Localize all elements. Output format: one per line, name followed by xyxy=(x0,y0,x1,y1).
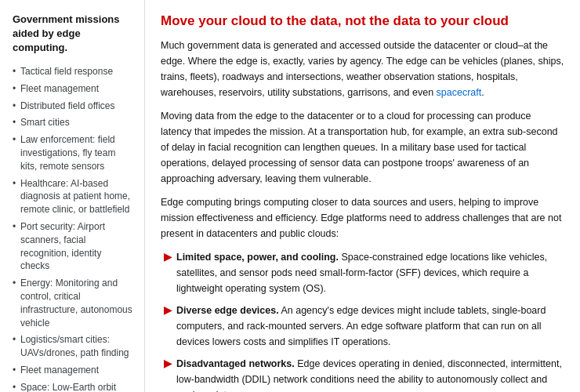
bullet-bold: Disadvantaged networks. xyxy=(176,358,295,369)
list-item: Smart cities xyxy=(13,114,133,132)
bullet-arrow-icon: ▶ xyxy=(164,249,172,266)
challenges-list: ▶Limited space, power, and cooling. Spac… xyxy=(161,249,564,392)
para1-text: Much government data is generated and ac… xyxy=(161,40,564,98)
bullet-content: Disadvantaged networks. Edge devices ope… xyxy=(176,356,564,392)
list-item: Distributed field offices xyxy=(13,97,133,114)
bullet-bold: Diverse edge devices. xyxy=(176,305,279,316)
paragraph-3: Edge computing brings computing closer t… xyxy=(161,194,564,241)
list-item: ▶Limited space, power, and cooling. Spac… xyxy=(161,249,564,296)
list-item: Law enforcement: field investigations, f… xyxy=(13,132,133,175)
bullet-bold: Limited space, power, and cooling. xyxy=(176,252,339,263)
sidebar-heading: Government missions aided by edge comput… xyxy=(13,13,133,56)
para1-end: . xyxy=(481,87,484,98)
list-item: Fleet management xyxy=(13,80,133,97)
list-item: Port security: Airport scanners, facial … xyxy=(13,219,133,275)
spacecraft-link[interactable]: spacecraft xyxy=(437,87,482,98)
list-item: Energy: Monitoring and control, critical… xyxy=(13,275,133,332)
list-item: Healthcare: AI-based diagnosis at patien… xyxy=(13,175,133,218)
main-content: Move your cloud to the data, not the dat… xyxy=(145,0,580,392)
bullet-arrow-icon: ▶ xyxy=(164,356,172,372)
paragraph-1: Much government data is generated and ac… xyxy=(161,38,564,100)
list-item: ▶Diverse edge devices. An agency's edge … xyxy=(161,303,564,350)
list-item: ▶Disadvantaged networks. Edge devices op… xyxy=(161,356,564,392)
main-heading: Move your cloud to the data, not the dat… xyxy=(161,13,564,30)
bullet-content: Limited space, power, and cooling. Space… xyxy=(176,249,564,296)
list-item: Space: Low-Earth orbit (LEO) satellites,… xyxy=(13,379,133,392)
list-item: Tactical field response xyxy=(13,64,133,81)
bullet-arrow-icon: ▶ xyxy=(164,303,172,319)
sidebar-list: Tactical field responseFleet managementD… xyxy=(13,64,133,392)
list-item: Logistics/smart cities: UAVs/drones, pat… xyxy=(13,332,133,362)
paragraph-2: Moving data from the edge to the datacen… xyxy=(161,108,564,187)
bullet-content: Diverse edge devices. An agency's edge d… xyxy=(176,303,564,350)
list-item: Fleet management xyxy=(13,362,133,379)
sidebar: Government missions aided by edge comput… xyxy=(0,0,145,392)
page-container: Government missions aided by edge comput… xyxy=(0,0,580,392)
